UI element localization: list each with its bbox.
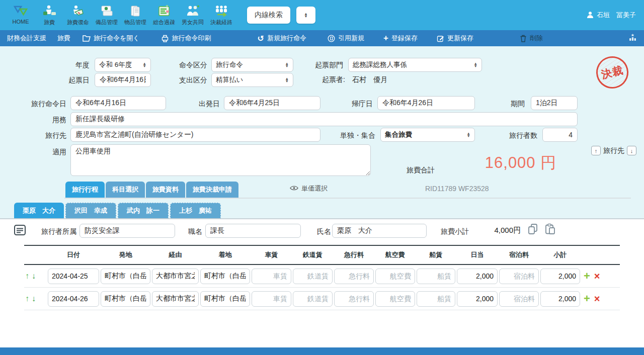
paste-icon[interactable] [544, 223, 556, 237]
copy-icon[interactable] [527, 223, 539, 237]
col-subtotal: 小計 [540, 250, 580, 259]
extension-search-button[interactable]: 内線検索 [247, 7, 290, 24]
nav-gender-equality[interactable]: 男女共同 [180, 4, 205, 26]
bulletin-board-icon [155, 4, 173, 18]
traveler-tab-4[interactable]: 上杉 廣祐 [170, 203, 221, 218]
ship-input[interactable] [417, 291, 455, 307]
fare-input[interactable] [252, 291, 291, 307]
express-input[interactable] [334, 269, 374, 284]
via-input[interactable] [152, 291, 199, 307]
drafter-name: 石村 優月 [352, 75, 387, 84]
position-input[interactable] [205, 224, 301, 238]
row-subtotal-input[interactable] [540, 269, 580, 284]
name-input[interactable] [332, 224, 427, 238]
nav-general[interactable]: 総合過疎 [151, 4, 177, 26]
destination-next-button[interactable]: ↓ [627, 146, 636, 155]
menu-update-save[interactable]: 更新保存 [437, 34, 473, 43]
move-down-icon[interactable]: ↓ [32, 294, 36, 303]
tab-expense-docs[interactable]: 旅費資料 [146, 182, 185, 198]
group-class-label: 単独・集合 [331, 131, 375, 140]
menu-register-save[interactable]: + 登録保存 [383, 33, 418, 43]
tab-itinerary[interactable]: 旅行行程 [65, 182, 105, 198]
tab-approval-request[interactable]: 旅費決裁申請 [186, 182, 238, 198]
name-label: 氏名 [312, 227, 331, 236]
air-input[interactable] [375, 291, 415, 307]
menu-finance-group[interactable]: 財務会計支援 [7, 34, 46, 43]
departure-date-input[interactable] [224, 96, 320, 110]
rail-input[interactable] [293, 269, 333, 284]
nav-travel-expense[interactable]: 旅費 [37, 4, 62, 26]
add-row-icon[interactable]: + [584, 294, 590, 304]
menu-quote-new[interactable]: 引用新規 [328, 34, 364, 43]
detail-tabs: 旅行行程 科目選択 旅費資料 旅費決裁申請 [65, 182, 238, 198]
delete-row-icon[interactable]: × [594, 271, 600, 281]
traveler-list-icon[interactable] [14, 225, 26, 237]
traveler-tab-3[interactable]: 武内 詠一 [118, 203, 169, 218]
order-date-label: 旅行命令日 [24, 100, 66, 109]
delete-row-icon[interactable]: × [594, 294, 600, 304]
group-class-select[interactable]: 集合旅費 ▲▼ [380, 128, 475, 142]
traveler-tab-1[interactable]: 栗原 大介 [14, 203, 64, 218]
ship-input[interactable] [417, 269, 455, 284]
fare-input[interactable] [252, 269, 291, 284]
date-input[interactable] [48, 291, 99, 307]
payment-class-select[interactable]: 精算払い ▲▼ [211, 73, 293, 87]
via-input[interactable] [152, 269, 199, 284]
menu-delete[interactable]: 削除 [520, 34, 543, 43]
menu-new-order[interactable]: ↺ 新規旅行命令 [258, 34, 306, 43]
traveler-tab-2[interactable]: 沢田 幸成 [65, 203, 116, 218]
year-select[interactable]: 令和 6年度 ▲▼ [95, 58, 151, 72]
move-up-icon[interactable]: ↑ [25, 294, 29, 303]
order-date-input[interactable] [70, 96, 166, 110]
nav-approval-route[interactable]: 決裁経路 [209, 4, 234, 26]
add-row-icon[interactable]: + [584, 271, 590, 281]
purpose-label: 用務 [44, 116, 66, 125]
nav-goods[interactable]: 物品管理 [123, 4, 148, 26]
unit-price-select[interactable]: 単価選択 [290, 184, 328, 193]
daily-allowance-input[interactable] [457, 269, 498, 284]
menu-print-order[interactable]: 旅行命令印刷 [161, 34, 211, 43]
return-date-input[interactable] [377, 96, 475, 110]
express-input[interactable] [334, 291, 374, 307]
itinerary-table: 日付 発地 経由 着地 車賃 鉄道賃 急行料 航空費 船賃 日当 宿泊料 小計 … [24, 245, 620, 310]
row-subtotal-input[interactable] [540, 291, 580, 307]
menu-travel-module[interactable]: 旅費 [57, 34, 70, 43]
tab-subject-select[interactable]: 科目選択 [106, 182, 145, 198]
destination-prev-button[interactable]: ↑ [591, 146, 601, 155]
approval-route-mini-icon[interactable] [628, 33, 637, 43]
affiliation-input[interactable] [79, 224, 175, 238]
entry-date-input[interactable] [95, 73, 151, 87]
record-id: RID11789 WF23528 [425, 185, 489, 193]
return-date-label: 帰庁日 [343, 100, 373, 109]
menu-open-order[interactable]: 旅行命令を開く [83, 34, 140, 43]
move-up-icon[interactable]: ↑ [25, 272, 29, 281]
nav-travel-report[interactable]: 旅費復命 [65, 4, 91, 26]
to-input[interactable] [200, 269, 250, 284]
move-down-icon[interactable]: ↓ [32, 272, 36, 281]
order-class-select[interactable]: 旅行命令 ▲▼ [211, 58, 293, 72]
destination-input[interactable] [70, 128, 320, 142]
current-user[interactable]: 石垣 冨美子 [587, 11, 636, 20]
from-input[interactable] [101, 291, 150, 307]
select-arrows-icon: ▲▼ [285, 77, 289, 82]
dept-select[interactable]: 総務課総務人事係 ▲▼ [348, 58, 482, 72]
travelers-count-input[interactable] [542, 128, 578, 142]
goods-icon [127, 4, 144, 18]
lodging-input[interactable] [499, 269, 539, 284]
air-input[interactable] [375, 269, 415, 284]
to-input[interactable] [200, 291, 250, 307]
nav-home[interactable]: HOME [8, 4, 33, 26]
total-label: 旅費合計 [407, 166, 435, 175]
nav-general-label: 総合過疎 [153, 19, 175, 26]
period-label: 期間 [500, 100, 525, 109]
period-input[interactable] [531, 96, 578, 110]
daily-allowance-input[interactable] [457, 291, 498, 307]
date-input[interactable] [48, 269, 99, 284]
lodging-input[interactable] [499, 291, 539, 307]
purpose-input[interactable] [70, 112, 578, 126]
top-dropdown[interactable]: ▲▼ [296, 7, 315, 24]
rail-input[interactable] [293, 291, 333, 307]
nav-equipment[interactable]: 備品管理 [94, 4, 119, 26]
from-input[interactable] [101, 269, 150, 284]
remarks-textarea[interactable]: 公用車使用 [70, 144, 371, 176]
